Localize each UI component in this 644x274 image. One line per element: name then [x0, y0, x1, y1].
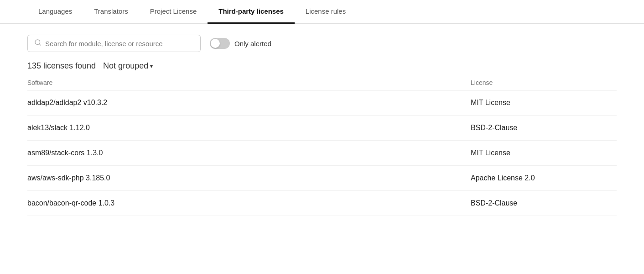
- content-area: Only alerted 135 licenses found Not grou…: [0, 24, 644, 216]
- row-software: aws/aws-sdk-php 3.185.0: [27, 174, 471, 182]
- tabs-bar: LanguagesTranslatorsProject LicenseThird…: [0, 0, 644, 24]
- toggle-knob: [211, 39, 220, 48]
- search-icon: [34, 39, 42, 48]
- chevron-down-icon: ▾: [150, 63, 153, 69]
- table-row[interactable]: alek13/slack 1.12.0BSD-2-Clause: [27, 116, 617, 141]
- row-software: adldap2/adldap2 v10.3.2: [27, 99, 471, 107]
- grouping-dropdown[interactable]: Not grouped ▾: [103, 61, 153, 71]
- toggle-row: Only alerted: [210, 38, 271, 49]
- table-header: Software License: [27, 75, 617, 90]
- tab-languages[interactable]: Languages: [27, 0, 83, 24]
- row-license: MIT License: [471, 149, 617, 157]
- table-row[interactable]: bacon/bacon-qr-code 1.0.3BSD-2-Clause: [27, 191, 617, 216]
- table-row[interactable]: adldap2/adldap2 v10.3.2MIT License: [27, 90, 617, 116]
- table-row[interactable]: aws/aws-sdk-php 3.185.0Apache License 2.…: [27, 166, 617, 191]
- summary-row: 135 licenses found Not grouped ▾: [27, 61, 617, 71]
- table-row[interactable]: asm89/stack-cors 1.3.0MIT License: [27, 141, 617, 166]
- tab-third-party-licenses[interactable]: Third-party licenses: [208, 0, 295, 24]
- row-license: MIT License: [471, 99, 617, 107]
- row-license: BSD-2-Clause: [471, 124, 617, 132]
- row-software: asm89/stack-cors 1.3.0: [27, 149, 471, 157]
- grouping-label: Not grouped: [103, 61, 148, 71]
- licenses-count: 135 licenses found: [27, 61, 96, 71]
- toggle-label: Only alerted: [234, 40, 271, 47]
- search-row: Only alerted: [27, 35, 617, 52]
- col-header-license: License: [471, 79, 617, 86]
- tab-license-rules[interactable]: License rules: [295, 0, 357, 24]
- search-box[interactable]: [27, 35, 201, 52]
- table-body: adldap2/adldap2 v10.3.2MIT Licensealek13…: [27, 90, 617, 216]
- search-input[interactable]: [45, 40, 194, 47]
- row-license: Apache License 2.0: [471, 174, 617, 182]
- tab-translators[interactable]: Translators: [83, 0, 139, 24]
- only-alerted-toggle[interactable]: [210, 38, 230, 49]
- row-license: BSD-2-Clause: [471, 199, 617, 207]
- svg-line-1: [39, 44, 41, 45]
- tab-project-license[interactable]: Project License: [139, 0, 208, 24]
- row-software: bacon/bacon-qr-code 1.0.3: [27, 199, 471, 207]
- row-software: alek13/slack 1.12.0: [27, 124, 471, 132]
- col-header-software: Software: [27, 79, 471, 86]
